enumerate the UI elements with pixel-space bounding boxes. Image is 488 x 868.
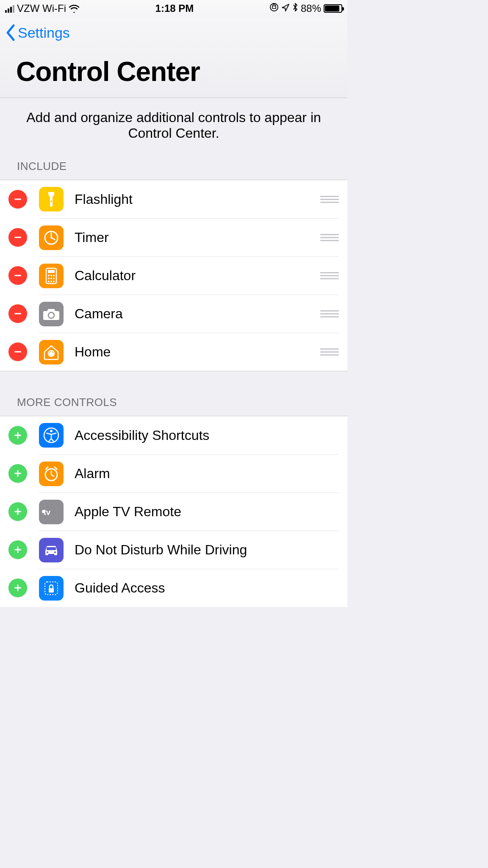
row-label: Home <box>75 344 320 360</box>
accessibility-icon <box>39 423 64 448</box>
svg-rect-39 <box>49 588 54 593</box>
remove-button[interactable] <box>8 228 27 247</box>
status-bar: VZW Wi-Fi 1:18 PM 88% <box>0 0 347 17</box>
wifi-icon <box>69 4 80 13</box>
svg-rect-37 <box>17 584 19 591</box>
row-label: Accessibility Shortcuts <box>75 428 339 443</box>
row-label: Camera <box>75 306 320 322</box>
add-button[interactable] <box>8 540 27 559</box>
remove-button[interactable] <box>8 342 27 361</box>
svg-point-14 <box>48 281 50 282</box>
svg-rect-32 <box>17 546 19 553</box>
remove-button[interactable] <box>8 190 27 209</box>
signal-icon <box>5 4 14 13</box>
drag-handle[interactable] <box>320 196 339 203</box>
drag-handle[interactable] <box>320 272 339 279</box>
svg-point-11 <box>48 278 50 279</box>
row-label: Guided Access <box>75 580 339 596</box>
apple-tv-icon: tv <box>39 500 64 524</box>
alarm-icon <box>39 462 64 486</box>
list-item[interactable]: Camera <box>0 295 347 333</box>
svg-rect-5 <box>14 275 21 276</box>
section-header-include: Include <box>0 160 347 180</box>
guided-access-icon <box>39 576 64 601</box>
back-button[interactable]: Settings <box>4 24 343 42</box>
list-item[interactable]: Accessibility Shortcuts <box>0 416 347 454</box>
svg-point-34 <box>47 551 48 553</box>
svg-rect-22 <box>17 432 19 439</box>
location-icon <box>281 3 290 14</box>
include-list: Flashlight Timer Calculator <box>0 180 347 371</box>
svg-rect-33 <box>47 547 56 550</box>
svg-rect-26 <box>17 470 19 477</box>
section-header-more: More Controls <box>0 371 347 416</box>
page-description: Add and organize additional controls to … <box>0 97 347 160</box>
row-label: Apple TV Remote <box>75 504 339 520</box>
svg-point-10 <box>53 275 55 276</box>
page-title: Control Center <box>4 42 343 92</box>
remove-button[interactable] <box>8 304 27 323</box>
drag-handle[interactable] <box>320 234 339 241</box>
status-left: VZW Wi-Fi <box>5 3 80 14</box>
list-item[interactable]: Calculator <box>0 256 347 295</box>
svg-rect-7 <box>48 270 55 273</box>
list-item[interactable]: Flashlight <box>0 180 347 218</box>
svg-point-9 <box>50 275 52 276</box>
row-label: Flashlight <box>75 192 320 207</box>
svg-point-24 <box>50 430 53 432</box>
flashlight-icon <box>39 187 64 211</box>
list-item[interactable]: Timer <box>0 218 347 256</box>
svg-point-13 <box>53 278 55 279</box>
list-item[interactable]: Do Not Disturb While Driving <box>0 531 347 569</box>
svg-rect-19 <box>14 351 21 353</box>
add-button[interactable] <box>8 464 27 483</box>
row-label: Calculator <box>75 268 320 284</box>
svg-point-8 <box>48 275 50 276</box>
calculator-icon <box>39 264 64 288</box>
home-icon <box>39 340 64 364</box>
svg-rect-3 <box>14 237 21 238</box>
car-icon <box>39 538 64 562</box>
svg-point-15 <box>50 281 52 282</box>
back-label: Settings <box>18 25 70 41</box>
battery-icon <box>324 4 342 13</box>
status-time: 1:18 PM <box>155 3 194 14</box>
svg-rect-29 <box>17 508 19 515</box>
add-button[interactable] <box>8 502 27 521</box>
more-controls-list: Accessibility Shortcuts Alarm tv Apple T… <box>0 416 347 607</box>
add-button[interactable] <box>8 426 27 445</box>
drag-handle[interactable] <box>320 348 339 356</box>
row-label: Timer <box>75 230 320 245</box>
nav-bar: Settings Control Center <box>0 17 347 97</box>
list-item[interactable]: Alarm <box>0 454 347 492</box>
carrier-label: VZW Wi-Fi <box>17 3 66 14</box>
bluetooth-icon <box>292 3 298 14</box>
list-item[interactable]: Home <box>0 333 347 371</box>
drag-handle[interactable] <box>320 310 339 317</box>
camera-icon <box>39 302 64 326</box>
chevron-left-icon <box>4 24 17 42</box>
battery-percent: 88% <box>301 3 321 14</box>
status-right: 88% <box>269 3 342 14</box>
svg-point-12 <box>50 278 52 279</box>
svg-rect-17 <box>14 313 21 314</box>
orientation-lock-icon <box>269 3 279 14</box>
remove-button[interactable] <box>8 266 27 285</box>
svg-rect-1 <box>14 199 21 200</box>
timer-icon <box>39 225 64 250</box>
row-label: Do Not Disturb While Driving <box>75 542 339 558</box>
svg-point-35 <box>54 551 56 553</box>
list-item[interactable]: tv Apple TV Remote <box>0 492 347 531</box>
svg-point-16 <box>53 281 55 282</box>
add-button[interactable] <box>8 579 27 597</box>
svg-point-2 <box>50 200 52 202</box>
row-label: Alarm <box>75 466 339 481</box>
list-item[interactable]: Guided Access <box>0 569 347 607</box>
